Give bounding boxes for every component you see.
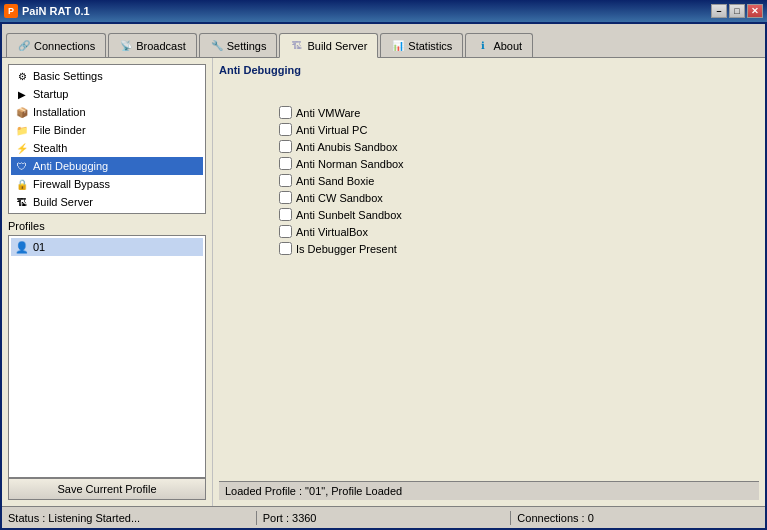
installation-icon: 📦 (15, 105, 29, 119)
profiles-list[interactable]: 👤 01 (8, 235, 206, 478)
anti-anubis-sandbox-checkbox[interactable] (279, 140, 292, 153)
checkbox-anti-virtual-pc[interactable]: Anti Virtual PC (279, 123, 759, 136)
right-panel: Anti Debugging Anti VMWare Anti Virtual … (212, 58, 765, 506)
menu-item-stealth-label: Stealth (33, 142, 67, 154)
tab-settings[interactable]: 🔧 Settings (199, 33, 278, 57)
menu-item-startup[interactable]: ▶ Startup (11, 85, 203, 103)
anti-sand-boxie-checkbox[interactable] (279, 174, 292, 187)
anti-sunbelt-sandbox-label: Anti Sunbelt Sandbox (296, 209, 402, 221)
anti-virtualbox-checkbox[interactable] (279, 225, 292, 238)
is-debugger-present-checkbox[interactable] (279, 242, 292, 255)
menu-item-basic-settings[interactable]: ⚙ Basic Settings (11, 67, 203, 85)
menu-item-startup-label: Startup (33, 88, 68, 100)
save-current-profile-button[interactable]: Save Current Profile (8, 478, 206, 500)
checkbox-anti-vmware[interactable]: Anti VMWare (279, 106, 759, 119)
tab-connections[interactable]: 🔗 Connections (6, 33, 106, 57)
tab-build-server-label: Build Server (307, 40, 367, 52)
section-title: Anti Debugging (219, 64, 759, 76)
anti-norman-sandbox-checkbox[interactable] (279, 157, 292, 170)
checkbox-anti-sunbelt-sandbox[interactable]: Anti Sunbelt Sandbox (279, 208, 759, 221)
statistics-icon: 📊 (391, 39, 405, 53)
anti-anubis-sandbox-label: Anti Anubis Sandbox (296, 141, 398, 153)
menu-item-firewall-bypass[interactable]: 🔒 Firewall Bypass (11, 175, 203, 193)
menu-item-build-server[interactable]: 🏗 Build Server (11, 193, 203, 211)
checkbox-anti-sand-boxie[interactable]: Anti Sand Boxie (279, 174, 759, 187)
tab-broadcast[interactable]: 📡 Broadcast (108, 33, 197, 57)
content-area: ⚙ Basic Settings ▶ Startup 📦 Installatio… (2, 58, 765, 506)
anti-cw-sandbox-label: Anti CW Sandbox (296, 192, 383, 204)
startup-icon: ▶ (15, 87, 29, 101)
anti-virtual-pc-checkbox[interactable] (279, 123, 292, 136)
checkbox-anti-anubis-sandbox[interactable]: Anti Anubis Sandbox (279, 140, 759, 153)
status-text: Status : Listening Started... (8, 512, 250, 524)
file-binder-icon: 📁 (15, 123, 29, 137)
build-server-icon: 🏗 (15, 195, 29, 209)
menu-item-installation-label: Installation (33, 106, 86, 118)
firewall-bypass-icon: 🔒 (15, 177, 29, 191)
checkbox-anti-cw-sandbox[interactable]: Anti CW Sandbox (279, 191, 759, 204)
app-title: PaiN RAT 0.1 (22, 5, 90, 17)
checkbox-anti-virtualbox[interactable]: Anti VirtualBox (279, 225, 759, 238)
checkbox-is-debugger-present[interactable]: Is Debugger Present (279, 242, 759, 255)
menu-item-file-binder-label: File Binder (33, 124, 86, 136)
status-bar: Status : Listening Started... Port : 336… (2, 506, 765, 528)
profile-item-label: 01 (33, 241, 45, 253)
tab-statistics[interactable]: 📊 Statistics (380, 33, 463, 57)
anti-cw-sandbox-checkbox[interactable] (279, 191, 292, 204)
menu-item-file-binder[interactable]: 📁 File Binder (11, 121, 203, 139)
about-icon: ℹ (476, 39, 490, 53)
minimize-button[interactable]: – (711, 4, 727, 18)
basic-settings-icon: ⚙ (15, 69, 29, 83)
tab-about[interactable]: ℹ About (465, 33, 533, 57)
close-button[interactable]: ✕ (747, 4, 763, 18)
menu-item-anti-debugging-label: Anti Debugging (33, 160, 108, 172)
title-bar: P PaiN RAT 0.1 – □ ✕ (0, 0, 767, 22)
anti-norman-sandbox-label: Anti Norman Sandbox (296, 158, 404, 170)
loaded-profile-bar: Loaded Profile : "01", Profile Loaded (219, 481, 759, 500)
anti-sunbelt-sandbox-checkbox[interactable] (279, 208, 292, 221)
settings-icon: 🔧 (210, 39, 224, 53)
tab-statistics-label: Statistics (408, 40, 452, 52)
tab-build-server[interactable]: 🏗 Build Server (279, 33, 378, 58)
app-icon: P (4, 4, 18, 18)
profile-item-01[interactable]: 👤 01 (11, 238, 203, 256)
tab-broadcast-label: Broadcast (136, 40, 186, 52)
anti-virtual-pc-label: Anti Virtual PC (296, 124, 367, 136)
tab-connections-label: Connections (34, 40, 95, 52)
anti-virtualbox-label: Anti VirtualBox (296, 226, 368, 238)
tab-settings-label: Settings (227, 40, 267, 52)
menu-item-firewall-bypass-label: Firewall Bypass (33, 178, 110, 190)
profile-icon: 👤 (15, 240, 29, 254)
checkbox-anti-norman-sandbox[interactable]: Anti Norman Sandbox (279, 157, 759, 170)
broadcast-icon: 📡 (119, 39, 133, 53)
main-window: 🔗 Connections 📡 Broadcast 🔧 Settings 🏗 B… (0, 22, 767, 530)
profiles-section: Profiles 👤 01 Save Current Profile (8, 220, 206, 500)
title-buttons: – □ ✕ (711, 4, 763, 18)
stealth-icon: ⚡ (15, 141, 29, 155)
maximize-button[interactable]: □ (729, 4, 745, 18)
anti-sand-boxie-label: Anti Sand Boxie (296, 175, 374, 187)
menu-item-basic-settings-label: Basic Settings (33, 70, 103, 82)
anti-vmware-checkbox[interactable] (279, 106, 292, 119)
checkboxes-area: Anti VMWare Anti Virtual PC Anti Anubis … (279, 106, 759, 255)
build-icon: 🏗 (290, 39, 304, 53)
anti-debugging-icon: 🛡 (15, 159, 29, 173)
left-panel: ⚙ Basic Settings ▶ Startup 📦 Installatio… (2, 58, 212, 506)
loaded-profile-text: Loaded Profile : "01", Profile Loaded (225, 485, 402, 497)
menu-list: ⚙ Basic Settings ▶ Startup 📦 Installatio… (8, 64, 206, 214)
menu-item-build-server-label: Build Server (33, 196, 93, 208)
status-divider-2 (510, 511, 511, 525)
tab-bar: 🔗 Connections 📡 Broadcast 🔧 Settings 🏗 B… (2, 24, 765, 58)
status-divider-1 (256, 511, 257, 525)
tab-about-label: About (493, 40, 522, 52)
status-port: Port : 3360 (263, 512, 505, 524)
menu-item-anti-debugging[interactable]: 🛡 Anti Debugging (11, 157, 203, 175)
menu-item-installation[interactable]: 📦 Installation (11, 103, 203, 121)
profiles-label: Profiles (8, 220, 206, 232)
is-debugger-present-label: Is Debugger Present (296, 243, 397, 255)
menu-item-stealth[interactable]: ⚡ Stealth (11, 139, 203, 157)
connections-icon: 🔗 (17, 39, 31, 53)
anti-vmware-label: Anti VMWare (296, 107, 360, 119)
status-connections: Connections : 0 (517, 512, 759, 524)
